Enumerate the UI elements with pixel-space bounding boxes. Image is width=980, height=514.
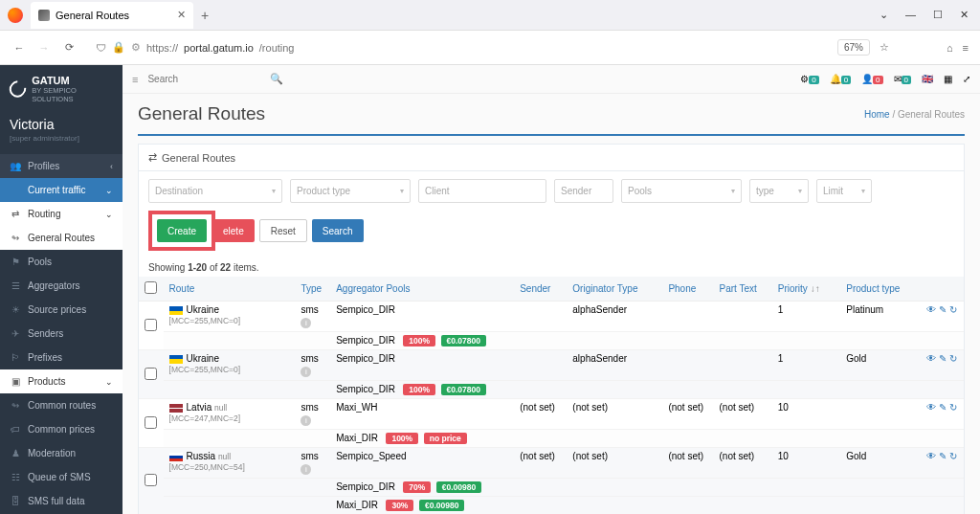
- select-all-checkbox[interactable]: [145, 281, 157, 294]
- view-icon[interactable]: 👁: [926, 402, 936, 413]
- sidebar-item-current-traffic[interactable]: Current traffic⌄: [0, 178, 122, 202]
- chevron-down-icon[interactable]: ⌄: [880, 9, 888, 21]
- sort-icon: ↓↑: [811, 283, 820, 294]
- window-maximize-icon[interactable]: ☐: [933, 9, 943, 21]
- reload-button[interactable]: ⟳: [61, 41, 77, 54]
- back-button[interactable]: ←: [11, 42, 27, 54]
- sidebar-item-prefixes[interactable]: 🏳Prefixes: [0, 346, 122, 369]
- menu-toggle-icon[interactable]: ≡: [132, 74, 138, 85]
- table-row: Latvia null[MCC=247,MNC=2] smsi Maxi_WH …: [139, 399, 964, 430]
- sidebar-item-common-prices[interactable]: 🏷Common prices: [0, 417, 122, 441]
- col-type[interactable]: Type: [295, 277, 330, 302]
- tab-close-icon[interactable]: ✕: [177, 9, 186, 21]
- chevron-down-icon: ⌄: [105, 210, 113, 219]
- cell-phone: [662, 350, 713, 381]
- view-icon[interactable]: 👁: [926, 304, 936, 315]
- edit-icon[interactable]: ✎: [939, 451, 947, 461]
- breadcrumb: Home / General Routes: [864, 109, 965, 120]
- refresh-icon[interactable]: ↻: [949, 304, 957, 315]
- view-icon[interactable]: 👁: [926, 353, 936, 364]
- row-checkbox[interactable]: [145, 319, 157, 331]
- forward-button[interactable]: →: [36, 42, 52, 54]
- col-sender[interactable]: Sender: [514, 277, 567, 302]
- edit-icon[interactable]: ✎: [939, 402, 947, 413]
- info-icon[interactable]: i: [301, 464, 311, 475]
- col-parttext[interactable]: Part Text: [713, 277, 771, 302]
- filter-client[interactable]: Client: [418, 179, 546, 203]
- flag-lang-icon[interactable]: 🇬🇧: [922, 74, 933, 84]
- chevron-down-icon: ⌄: [105, 186, 113, 195]
- bookmark-icon[interactable]: ☆: [880, 41, 889, 54]
- delete-button[interactable]: elete: [212, 219, 255, 242]
- sidebar-item-source-prices[interactable]: ☀Source prices: [0, 298, 122, 322]
- cell-product: [840, 399, 921, 430]
- sidebar-item-label: Current traffic: [28, 185, 85, 195]
- col-originator[interactable]: Originator Type: [567, 277, 662, 302]
- edit-icon[interactable]: ✎: [939, 304, 947, 315]
- search-button[interactable]: Search: [312, 219, 364, 242]
- col-route[interactable]: Route: [164, 277, 296, 302]
- info-icon[interactable]: i: [301, 415, 311, 426]
- view-icon[interactable]: 👁: [926, 451, 936, 461]
- browser-tab[interactable]: General Routes ✕: [31, 2, 193, 29]
- sidebar-item-general-routes[interactable]: ↬General Routes: [0, 226, 122, 250]
- cell-product: Platinum: [840, 302, 921, 332]
- create-button[interactable]: Create: [157, 219, 207, 242]
- grid-icon[interactable]: ▦: [944, 74, 952, 84]
- row-checkbox[interactable]: [145, 474, 157, 486]
- sidebar-item-queue[interactable]: ☷Queue of SMS: [0, 465, 122, 489]
- zoom-level[interactable]: 67%: [837, 39, 870, 56]
- notif-setting-icon[interactable]: ⚙0: [800, 74, 818, 84]
- sidebar-item-aggregators[interactable]: ☰Aggregators: [0, 274, 122, 298]
- panel-title-label: General Routes: [162, 152, 235, 164]
- sidebar-item-moderation[interactable]: ♟Moderation: [0, 441, 122, 465]
- pocket-icon[interactable]: ⌂: [947, 42, 953, 54]
- reset-button[interactable]: Reset: [259, 219, 307, 242]
- cell-aggregator: Sempico_Speed: [330, 448, 514, 479]
- cell-detail-aggregator: Maxi_DIR 30% €0.00980: [330, 497, 514, 515]
- url-scheme: https://: [146, 42, 178, 54]
- expand-icon[interactable]: ⤢: [963, 74, 970, 84]
- cell-parttext: (not set): [713, 399, 771, 430]
- flag-icon: [169, 404, 183, 413]
- share-icon: ⇄: [10, 209, 21, 219]
- sidebar-item-pools[interactable]: ⚑Pools: [0, 250, 122, 274]
- notif-bell-icon[interactable]: 🔔0: [830, 74, 851, 84]
- search-icon[interactable]: 🔍: [270, 73, 283, 85]
- edit-icon[interactable]: ✎: [939, 353, 947, 364]
- new-tab-button[interactable]: +: [193, 8, 216, 23]
- table-row: Russia null[MCC=250,MNC=54] smsi Sempico…: [139, 448, 964, 479]
- sidebar-item-products[interactable]: ▣Products⌄: [0, 369, 122, 393]
- sidebar-item-profiles[interactable]: 👥Profiles‹: [0, 154, 122, 178]
- row-checkbox[interactable]: [145, 368, 157, 380]
- refresh-icon[interactable]: ↻: [949, 353, 957, 364]
- filter-product-type[interactable]: Product type▾: [290, 179, 411, 203]
- window-close-icon[interactable]: ✕: [960, 9, 969, 21]
- filter-pools[interactable]: Pools▾: [621, 179, 742, 203]
- address-bar[interactable]: 🛡 🔒 ⚙ https://portal.gatum.io/routing: [86, 41, 828, 54]
- notif-user-icon[interactable]: 👤0: [861, 74, 882, 84]
- sidebar-item-common-routes[interactable]: ↬Common routes: [0, 393, 122, 417]
- breadcrumb-home[interactable]: Home: [864, 109, 890, 120]
- col-product[interactable]: Product type: [840, 277, 921, 302]
- filter-destination[interactable]: Destination▾: [148, 179, 282, 203]
- notif-mail-icon[interactable]: ✉0: [894, 74, 911, 84]
- sidebar-item-senders[interactable]: ✈Senders: [0, 322, 122, 346]
- app-menu-icon[interactable]: ≡: [963, 42, 969, 54]
- info-icon[interactable]: i: [301, 318, 311, 328]
- info-icon[interactable]: i: [301, 367, 311, 377]
- refresh-icon[interactable]: ↻: [949, 402, 957, 413]
- search-input[interactable]: [147, 74, 260, 84]
- cell-parttext: (not set): [713, 448, 771, 479]
- sidebar-item-routing[interactable]: ⇄Routing⌄: [0, 202, 122, 226]
- filter-sender[interactable]: Sender: [554, 179, 613, 203]
- row-checkbox[interactable]: [145, 416, 157, 429]
- filter-limit[interactable]: Limit▾: [816, 179, 872, 203]
- refresh-icon[interactable]: ↻: [949, 451, 957, 461]
- col-agg[interactable]: Aggregator Pools: [330, 277, 514, 302]
- filter-type[interactable]: type▾: [749, 179, 809, 203]
- sidebar-item-sms-full[interactable]: 🗄SMS full data: [0, 489, 122, 513]
- window-minimize-icon[interactable]: —: [905, 9, 916, 21]
- col-priority[interactable]: Priority ↓↑: [772, 277, 840, 302]
- col-phone[interactable]: Phone: [662, 277, 713, 302]
